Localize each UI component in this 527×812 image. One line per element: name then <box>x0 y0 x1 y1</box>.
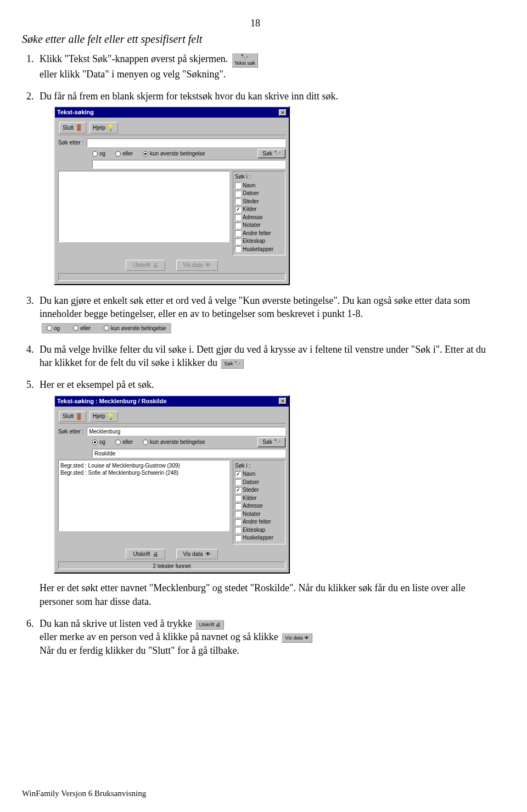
chk-steder[interactable] <box>235 198 241 204</box>
vis-data-label: Vis data <box>183 262 203 269</box>
dialog2-toolbar: Slutt 🚪 Hjelp 💡 <box>58 410 285 424</box>
chk-notater[interactable] <box>235 511 241 517</box>
chk-datoer[interactable] <box>235 479 241 485</box>
text-search-dialog-blank: Tekst-søking × Slutt 🚪 Hjelp 💡 <box>54 106 290 285</box>
vis-data-inline-button[interactable]: Vis data 👁 <box>282 633 312 643</box>
tekst-sok-button[interactable]: 🔭 Tekst søk <box>232 53 258 68</box>
sok-button[interactable]: Søk 🔭 <box>257 437 285 447</box>
eye-icon: 👁 <box>205 550 211 558</box>
close-icon[interactable]: × <box>279 398 287 404</box>
chk-adresse[interactable] <box>235 503 241 509</box>
result-row[interactable]: Begr.sted : Louise af Mecklenburg-Gustro… <box>60 462 227 470</box>
page-number: 18 <box>22 16 489 30</box>
hjelp-button[interactable]: Hjelp 💡 <box>89 411 118 422</box>
chk-kilder[interactable] <box>235 495 241 501</box>
dialog2-titlebar: Tekst-søking : Mecklenburg / Roskilde × <box>55 396 289 407</box>
vis-data-button[interactable]: Vis data 👁 <box>176 549 218 560</box>
radio-eller[interactable]: eller <box>115 438 133 446</box>
chk-adresse[interactable] <box>235 214 241 220</box>
search-input-2[interactable]: Roskilde <box>92 449 285 458</box>
chk-andre[interactable] <box>235 519 241 525</box>
utskrift-button[interactable]: Utskrift 🖨 <box>126 549 165 560</box>
printer-icon: 🖨 <box>216 622 221 627</box>
hjelp-label: Hjelp <box>93 124 105 132</box>
slutt-button[interactable]: Slutt 🚪 <box>59 411 86 422</box>
binoculars-icon: 🔭 <box>234 361 240 366</box>
status-bar <box>58 273 285 281</box>
binoculars-icon: 🔭 <box>274 150 281 158</box>
radio-kun[interactable]: kun øverste betingelse <box>143 150 205 158</box>
sok-label: Søk <box>262 150 272 158</box>
chk-huskelapper[interactable] <box>235 246 241 252</box>
slutt-label: Slutt <box>63 124 74 132</box>
step-4: Du må velge hvilke felter du vil søke i.… <box>36 343 489 370</box>
utskrift-label: Utskrift <box>133 262 150 269</box>
help-icon: 💡 <box>107 413 115 421</box>
radio-kun[interactable]: kun øverste betingelse <box>143 438 205 446</box>
sok-i-panel: Søk i : Navn Datoer Steder Kilder Adress… <box>233 171 285 255</box>
binoculars-icon: 🔭 <box>274 438 281 446</box>
sok-inline-label: Søk <box>224 361 233 366</box>
printer-icon: 🖨 <box>153 262 158 269</box>
radio-og[interactable]: og <box>92 150 105 158</box>
utskrift-inline-button[interactable]: Utskrift 🖨 <box>195 620 224 630</box>
sok-inline-button[interactable]: Søk 🔭 <box>221 359 244 369</box>
step-1-line-b: eller klikk "Data" i menyen og velg "Søk… <box>40 69 226 80</box>
dialog2-title: Tekst-søking : Mecklenburg / Roskilde <box>57 397 167 405</box>
search-input-1[interactable]: Mecklenburg <box>87 427 285 436</box>
dialog1-radios: og eller kun øverste betingelse <box>92 150 205 158</box>
step-5: Her er et eksempel på et søk. Tekst-søki… <box>36 378 489 608</box>
section-heading: Søke etter alle felt eller ett spesifise… <box>22 32 489 47</box>
utskrift-button[interactable]: Utskrift 🖨 <box>126 260 165 271</box>
vis-data-button[interactable]: Vis data 👁 <box>176 260 218 271</box>
chk-ekteskap[interactable] <box>235 527 241 533</box>
step-1-line-a: Klikk "Tekst Søk"-knappen øverst på skje… <box>40 53 228 64</box>
chk-datoer[interactable] <box>235 191 241 197</box>
chk-navn[interactable] <box>235 471 241 477</box>
close-icon[interactable]: × <box>279 109 287 116</box>
dialog1-titlebar: Tekst-søking × <box>55 107 289 118</box>
printer-icon: 🖨 <box>153 550 158 558</box>
results-list[interactable] <box>58 171 229 242</box>
sok-i-header: Søk i : <box>235 173 283 181</box>
chk-notater[interactable] <box>235 223 241 229</box>
sok-button[interactable]: Søk 🔭 <box>257 149 285 159</box>
strip-radio-og[interactable]: og <box>47 325 60 332</box>
results-list[interactable]: Begr.sted : Louise af Mecklenburg-Gustro… <box>58 460 229 531</box>
result-row[interactable]: Begr.sted : Sofie af Mecklenburg-Schweri… <box>60 469 227 477</box>
dialog1-title: Tekst-søking <box>57 108 94 116</box>
dialog2-radios: og eller kun øverste betingelse <box>92 438 205 446</box>
vis-data-inline-label: Vis data <box>285 635 302 641</box>
strip-radio-eller[interactable]: eller <box>73 325 91 332</box>
sok-etter-label: Søk etter : <box>58 428 83 436</box>
status-bar: 2 tekster funnet <box>58 561 285 569</box>
sok-etter-label: Søk etter : <box>58 139 83 147</box>
radio-og[interactable]: og <box>92 438 105 446</box>
search-input-1[interactable] <box>87 138 285 147</box>
step-4-text: Du må velge hvilke felter du vil søke i.… <box>40 344 486 368</box>
utskrift-inline-label: Utskrift <box>199 622 214 627</box>
chk-steder[interactable] <box>235 487 241 493</box>
slutt-label: Slutt <box>63 413 74 420</box>
strip-radio-kun[interactable]: kun øverste betingelse <box>104 325 166 332</box>
chk-kilder[interactable] <box>235 207 241 213</box>
step-6: Du kan nå skrive ut listen ved å trykke … <box>36 617 489 657</box>
hjelp-label: Hjelp <box>93 413 105 420</box>
page-footer: WinFamily Versjon 6 Bruksanvisning <box>22 788 146 799</box>
chk-navn[interactable] <box>235 182 241 188</box>
step-5-text: Her er et eksempel på et søk. <box>40 379 154 390</box>
search-input-2[interactable] <box>92 160 285 169</box>
chk-andre[interactable] <box>235 230 241 236</box>
sok-i-panel: Søk i : Navn Datoer Steder Kilder Adress… <box>233 460 285 544</box>
tekst-sok-label: Tekst søk <box>234 60 255 66</box>
chk-ekteskap[interactable] <box>235 238 241 244</box>
step-3-text: Du kan gjøre et enkelt søk etter et ord … <box>40 295 470 319</box>
utskrift-label: Utskrift <box>133 550 150 558</box>
hjelp-button[interactable]: Hjelp 💡 <box>89 122 118 134</box>
step-2-text: Du får nå frem en blank skjerm for tekst… <box>40 91 338 102</box>
slutt-button[interactable]: Slutt 🚪 <box>59 122 86 134</box>
chk-huskelapper[interactable] <box>235 535 241 541</box>
step-6b: eller merke av en person ved å klikke på… <box>40 631 278 642</box>
radio-eller[interactable]: eller <box>115 150 133 158</box>
step-1: Klikk "Tekst Søk"-knappen øverst på skje… <box>36 52 489 81</box>
